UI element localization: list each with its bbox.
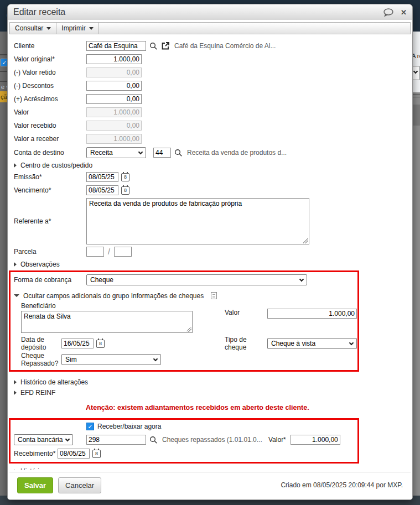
- data-deposito-input[interactable]: [61, 339, 94, 348]
- created-info-text: Criado em 08/05/2025 20:09:44 por MXP.: [281, 481, 403, 489]
- chevron-down-icon: [349, 340, 354, 345]
- parcela-label: Parcela: [14, 248, 86, 256]
- dialog-titlebar: Editar receita ✕: [8, 4, 412, 20]
- expander-historico-alteracoes[interactable]: Histórico de alterações: [14, 377, 406, 387]
- checked-checkbox[interactable]: ✓: [86, 423, 94, 430]
- expander-historico[interactable]: Histórico: [14, 466, 406, 470]
- emissao-label: Emissão*: [14, 173, 86, 181]
- warning-text: Atenção: existem adiantamentos recebidos…: [86, 404, 406, 412]
- conta-destino-helper-text: Receita da venda de produtos d...: [187, 149, 287, 157]
- emissao-input[interactable]: [86, 172, 118, 182]
- search-icon[interactable]: [149, 42, 158, 50]
- calendar-icon[interactable]: 8: [121, 186, 129, 195]
- valor-input: [86, 107, 142, 117]
- conta-destino-select-value: Receita: [90, 149, 113, 157]
- expander-ocultar-cheques[interactable]: Ocultar campos adicionais do grupo Infor…: [14, 290, 354, 301]
- expander-efd-reinf[interactable]: EFD REINF: [14, 387, 406, 398]
- save-button[interactable]: Salvar: [17, 477, 53, 493]
- chevron-down-icon: [138, 149, 143, 154]
- cheque-repassado-select[interactable]: Sim: [61, 354, 161, 365]
- expander-historico-alteracoes-label: Histórico de alterações: [20, 378, 88, 386]
- conta-destino-select[interactable]: Receita: [86, 147, 146, 158]
- expander-observacoes-label: Observações: [20, 261, 60, 268]
- cheque-columns: Beneficiário Renata da Silva Valor: [21, 302, 354, 333]
- cancel-button[interactable]: Cancelar: [58, 477, 101, 493]
- referente-text: Receita da venda de produtos de fabricaç…: [89, 200, 242, 207]
- valor-recebido-input: [86, 121, 142, 131]
- consultar-menu-button[interactable]: Consultar: [10, 23, 56, 34]
- cheque-columns-2: Data de depósito 8 Tipo de cheque Cheque…: [21, 335, 354, 352]
- conta-destino-label: Conta de destino: [14, 149, 86, 157]
- collapsed-triangle-icon: [14, 262, 17, 267]
- expander-centro-custos[interactable]: Centro de custos/pedido: [14, 160, 406, 170]
- collapsed-triangle-icon: [14, 380, 17, 384]
- cheque-valor-label: Valor: [225, 309, 267, 316]
- open-external-icon[interactable]: [161, 41, 170, 50]
- calendar-icon[interactable]: 8: [96, 340, 105, 348]
- parcela-number-input[interactable]: [86, 247, 104, 257]
- beneficiario-block: Beneficiário Renata da Silva: [21, 302, 205, 333]
- receber-valor-input[interactable]: [291, 435, 340, 445]
- vencimento-label: Vencimento*: [14, 186, 86, 194]
- field-row-referente: Referente a* Receita da venda de produto…: [14, 198, 406, 244]
- valor-original-input[interactable]: [86, 54, 142, 64]
- notes-icon[interactable]: [211, 292, 217, 299]
- calendar-icon[interactable]: 8: [92, 450, 101, 458]
- close-icon[interactable]: ✕: [401, 8, 407, 17]
- referente-label: Referente a*: [14, 217, 86, 225]
- recebimento-label: Recebimento*: [14, 450, 58, 457]
- recebimento-row: Recebimento* 8: [14, 447, 354, 460]
- acrescimos-input[interactable]: [86, 94, 142, 104]
- cheque-repassado-select-value: Sim: [65, 356, 77, 363]
- search-icon[interactable]: [149, 436, 158, 444]
- expander-ocultar-cheques-label: Ocultar campos adicionais do grupo Infor…: [23, 292, 204, 300]
- imprimir-menu-button[interactable]: Imprimir: [56, 23, 98, 34]
- parcela-total-input[interactable]: [114, 247, 132, 257]
- descontos-label: (-) Descontos: [14, 82, 86, 90]
- conta-bancaria-code-input[interactable]: [86, 435, 146, 445]
- cliente-input[interactable]: [86, 41, 146, 51]
- imprimir-label: Imprimir: [61, 24, 85, 32]
- beneficiario-label: Beneficiário: [21, 302, 205, 310]
- search-icon[interactable]: [174, 149, 183, 157]
- dialog-form: Cliente Café da Esquina Comércio de Al..…: [8, 34, 412, 470]
- expander-observacoes[interactable]: Observações: [14, 259, 406, 269]
- comment-bubble-icon[interactable]: [383, 8, 394, 17]
- expander-centro-custos-label: Centro de custos/pedido: [20, 162, 92, 169]
- valor-retido-label: (-) Valor retido: [14, 69, 86, 76]
- cheque-valor-block: Valor: [225, 302, 357, 333]
- chevron-down-icon: [153, 356, 158, 361]
- dropdown-caret-icon: [46, 27, 51, 30]
- conta-destino-code-input[interactable]: [153, 148, 171, 158]
- valor-label: Valor: [14, 108, 86, 116]
- chevron-down-icon: [413, 69, 418, 74]
- calendar-icon[interactable]: 8: [121, 173, 129, 181]
- receber-agora-label: Receber/baixar agora: [97, 423, 161, 430]
- resize-handle-icon[interactable]: [303, 238, 308, 243]
- cliente-helper-text: Café da Esquina Comércio de Al...: [174, 42, 276, 50]
- tipo-cheque-select[interactable]: Cheque à vista: [267, 338, 357, 349]
- tipo-cheque-label: Tipo de cheque: [225, 336, 267, 351]
- parcela-separator: /: [108, 247, 110, 256]
- field-row-valor-recebido: Valor recebido: [14, 119, 406, 132]
- descontos-input[interactable]: [86, 81, 142, 91]
- vencimento-input[interactable]: [86, 185, 118, 195]
- field-row-valor: Valor: [14, 106, 406, 119]
- valor-a-receber-label: Valor a receber: [14, 135, 86, 143]
- valor-original-label: Valor original*: [14, 55, 86, 63]
- cheque-valor-input[interactable]: [267, 309, 357, 319]
- conta-bancaria-select[interactable]: Conta bancária: [14, 434, 73, 445]
- forma-cobranca-select[interactable]: Cheque: [86, 274, 307, 285]
- field-row-cliente: Cliente Café da Esquina Comércio de Al..…: [14, 39, 406, 53]
- forma-cobranca-label: Forma de cobrança: [14, 276, 86, 284]
- referente-textarea[interactable]: Receita da venda de produtos de fabricaç…: [86, 198, 309, 244]
- field-row-forma-cobranca: Forma de cobrança Cheque: [14, 273, 354, 287]
- forma-cobranca-select-value: Cheque: [90, 276, 113, 284]
- field-row-valor-a-receber: Valor a receber: [14, 132, 406, 145]
- resize-handle-icon[interactable]: [186, 327, 191, 332]
- tipo-cheque-row: Tipo de cheque Cheque à vista: [225, 335, 357, 352]
- dialog-toolbar: Consultar Imprimir: [9, 22, 411, 34]
- recebimento-input[interactable]: [58, 449, 90, 459]
- beneficiario-textarea[interactable]: Renata da Silva: [21, 311, 193, 333]
- tipo-cheque-select-value: Cheque à vista: [271, 340, 315, 347]
